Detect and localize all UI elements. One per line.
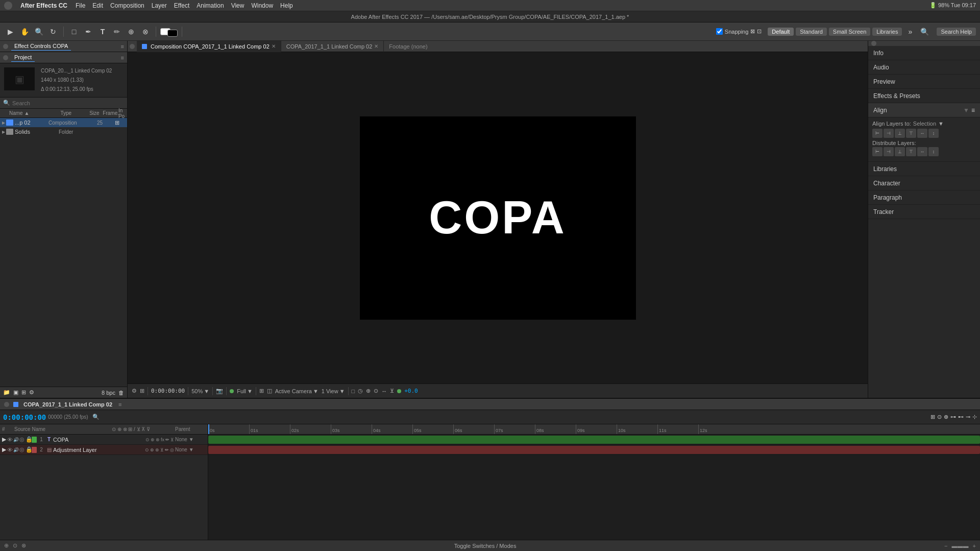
tab-effect-controls[interactable]: Effect Controls COPA — [11, 42, 71, 51]
viewer-time[interactable]: 0:00:00:00 — [151, 388, 185, 394]
workspace-libraries[interactable]: Libraries — [872, 28, 902, 36]
layer-1-vis-eye[interactable]: 👁 — [7, 437, 12, 443]
bpc-indicator[interactable]: 8 bpc — [102, 390, 115, 396]
views-select[interactable]: 1 View ▼ — [322, 388, 345, 394]
viewer-icon-1[interactable]: ⊞ — [259, 388, 264, 394]
bb-zoom-out[interactable]: − — [944, 543, 947, 549]
trash-btn[interactable]: 🗑 — [118, 390, 124, 396]
layer-2-audio[interactable]: 🔊 — [13, 447, 18, 452]
snapshot-icon[interactable]: 📷 — [216, 388, 223, 394]
layer-1-audio[interactable]: 🔊 — [13, 437, 18, 442]
layer-1-solo[interactable]: ◎ — [19, 436, 24, 443]
layer-row-copa[interactable]: ▶ 👁 🔊 ◎ 🔒 1 T COPA ⊙ ⊕ ⊗ fx ✏ ⊻ None ▼ — [0, 435, 208, 445]
right-panel-tracker[interactable]: Tracker — [868, 205, 980, 219]
camera-select[interactable]: Active Camera ▼ — [275, 388, 318, 394]
snapping-checkbox[interactable] — [716, 28, 723, 35]
expand-arrow-1[interactable]: ▶ — [2, 121, 5, 125]
l1-ctrl-3[interactable]: ⊗ — [156, 437, 160, 442]
layer-1-parent[interactable]: None ▼ — [175, 437, 206, 442]
viewer-icon-7[interactable]: ↔ — [381, 388, 387, 394]
new-comp-btn[interactable]: ▣ — [13, 389, 18, 396]
panel-close[interactable]: ≡ — [121, 43, 124, 50]
tl-btn-3[interactable]: ⊕ — [944, 414, 948, 420]
viewer-icon-5[interactable]: ⊕ — [366, 388, 371, 394]
dist-btn-5[interactable]: ↔ — [917, 147, 927, 156]
tl-btn-7[interactable]: ⊹ — [972, 414, 977, 420]
menu-view[interactable]: View — [231, 2, 244, 9]
align-btn-bottom[interactable]: ↕ — [928, 129, 939, 138]
right-panel-libraries[interactable]: Libraries — [868, 162, 980, 176]
layer-2-solo[interactable]: ◎ — [19, 446, 24, 453]
stroke-color[interactable] — [167, 30, 178, 37]
l1-ctrl-4[interactable]: ✏ — [165, 437, 169, 442]
workspace-more[interactable]: » — [904, 26, 916, 38]
align-selection-label[interactable]: Selection — [913, 121, 936, 127]
search-help-input[interactable]: Search Help — [937, 28, 976, 36]
project-item-solids[interactable]: ▶ Solids Folder — [0, 127, 127, 136]
viewer-icon-8[interactable]: ⊻ — [390, 388, 394, 394]
menu-file[interactable]: File — [76, 2, 85, 9]
project-search-input[interactable] — [12, 100, 124, 106]
comp-tab-inner[interactable]: COPA_2017_1_1 Linked Comp 02 ✕ — [281, 41, 384, 52]
l2-ctrl-2[interactable]: ⊕ — [150, 447, 154, 452]
comp-tab-close[interactable]: ✕ — [272, 43, 276, 49]
layer-1-lock[interactable]: 🔒 — [26, 436, 31, 443]
dist-btn-1[interactable]: ⊢ — [872, 147, 883, 156]
l1-ctrl-2[interactable]: ⊕ — [151, 437, 155, 442]
timeline-ruler[interactable]: 0s 01s 02s 03s 04s 05s 06s 07s 08s 09s 1… — [208, 424, 980, 435]
layer-row-adjustment[interactable]: ▶ 👁 🔊 ◎ 🔒 2 ▤ Adjustment Layer ⊙ ⊕ ⊗ ⊻ ✏… — [0, 445, 208, 455]
layer-2-parent[interactable]: None ▼ — [175, 447, 206, 452]
new-folder-btn[interactable]: 📁 — [3, 389, 10, 396]
tab-project[interactable]: Project — [11, 53, 35, 62]
viewer-icon-6[interactable]: ⊙ — [374, 388, 378, 394]
workspace-default[interactable]: Default — [768, 28, 794, 36]
panel-close-2[interactable]: ≡ — [121, 55, 124, 61]
viewer-icon-2[interactable]: ◫ — [267, 388, 272, 394]
l2-ctrl-4[interactable]: ✏ — [165, 447, 169, 452]
l1-ctrl-1[interactable]: ⊙ — [145, 437, 150, 442]
right-panel-info[interactable]: Info — [868, 46, 980, 60]
viewer-grid-icon[interactable]: ⊞ — [140, 388, 144, 394]
comp-tab-main[interactable]: Composition COPA_2017_1_1 Linked Comp 02… — [137, 41, 281, 52]
bb-btn-1[interactable]: ⊕ — [4, 542, 9, 549]
right-panel-preview[interactable]: Preview — [868, 75, 980, 89]
text-tool[interactable]: T — [96, 26, 109, 38]
align-selection-dropdown[interactable]: ▼ — [938, 121, 944, 127]
dist-btn-6[interactable]: ↕ — [928, 147, 939, 156]
stamp-tool[interactable]: ⊕ — [125, 26, 137, 38]
layer-2-vis-eye[interactable]: 👁 — [7, 447, 12, 453]
tl-btn-6[interactable]: ⊸ — [966, 414, 970, 420]
rotate-tool[interactable]: ↻ — [47, 26, 59, 38]
tl-btn-4[interactable]: ⊶ — [950, 414, 956, 420]
right-panel-character[interactable]: Character — [868, 176, 980, 190]
bb-btn-3[interactable]: ⊗ — [21, 542, 26, 549]
workspace-search-icon[interactable]: 🔍 — [918, 26, 930, 38]
menu-layer[interactable]: Layer — [152, 2, 167, 9]
menu-animation[interactable]: Animation — [197, 2, 224, 9]
l2-ctrl-fx[interactable]: ⊻ — [160, 447, 164, 452]
expand-arrow-2[interactable]: ▶ — [2, 130, 5, 134]
l1-ctrl-fx[interactable]: fx — [161, 437, 164, 442]
right-panel-effects-presets[interactable]: Effects & Presets — [868, 89, 980, 103]
toggle-switches-label[interactable]: Toggle Switches / Modes — [454, 543, 517, 549]
interpret-footage-btn[interactable]: ⊞ — [21, 389, 26, 396]
tl-btn-1[interactable]: ⊞ — [930, 414, 935, 420]
dist-btn-4[interactable]: ⊤ — [906, 147, 916, 156]
zoom-select[interactable]: 50% ▼ — [191, 388, 209, 394]
menu-effect[interactable]: Effect — [174, 2, 189, 9]
viewer-settings-icon[interactable]: ⚙ — [132, 388, 137, 394]
bb-zoom-slider[interactable]: ▬▬▬ — [952, 543, 969, 549]
bb-btn-2[interactable]: ⊙ — [13, 542, 17, 549]
pen-tool[interactable]: ✒ — [82, 26, 94, 38]
align-options-icon[interactable]: ≡ — [971, 107, 975, 114]
app-name[interactable]: After Effects CC — [20, 2, 67, 9]
rect-tool[interactable]: □ — [68, 26, 80, 38]
tl-btn-2[interactable]: ⊙ — [937, 414, 942, 420]
viewer-icon-3[interactable]: □ — [352, 388, 355, 394]
brush-tool[interactable]: ✏ — [111, 26, 123, 38]
align-btn-center-v[interactable]: ↔ — [917, 129, 927, 138]
track-bar-adjustment[interactable] — [208, 446, 980, 454]
menu-edit[interactable]: Edit — [92, 2, 103, 9]
timeline-menu-icon[interactable]: ≡ — [118, 401, 121, 408]
dist-btn-3[interactable]: ⊥ — [895, 147, 905, 156]
